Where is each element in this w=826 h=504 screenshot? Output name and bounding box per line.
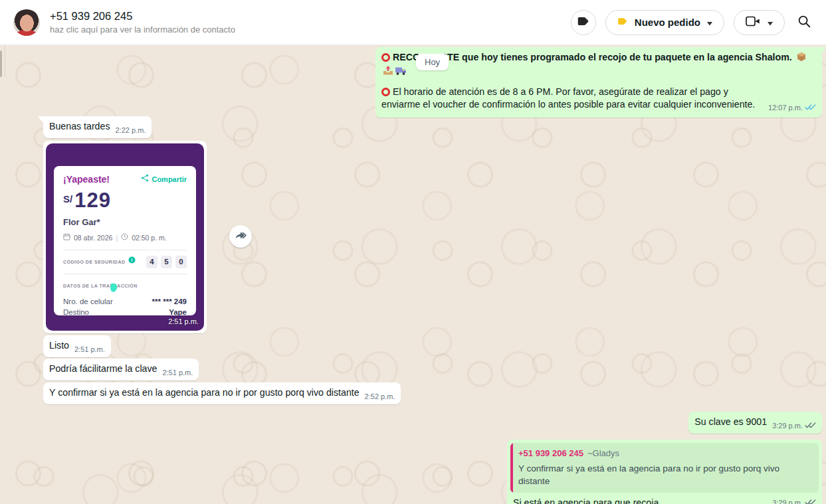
security-digit: 0 bbox=[175, 256, 187, 268]
row-label: Nro. de celular bbox=[63, 296, 113, 307]
quoted-message[interactable]: +51 939 206 245~Gladys Y confirmar si ya… bbox=[510, 443, 819, 493]
message-text: Y confirmar si ya está en la agencia par… bbox=[49, 387, 360, 398]
contact-subtitle: haz clic aquí para ver la información de… bbox=[50, 25, 571, 35]
message-confirmar[interactable]: Y confirmar si ya está en la agencia par… bbox=[43, 382, 401, 404]
forward-arrow-icon bbox=[235, 230, 247, 243]
read-ticks-icon bbox=[805, 102, 816, 114]
quote-text: Y confirmar si ya está en la agencia par… bbox=[518, 462, 812, 487]
new-order-button[interactable]: Nuevo pedido bbox=[605, 10, 724, 35]
message-podria[interactable]: Podría fácilitarme la clave2:51 p.m. bbox=[43, 359, 199, 380]
quote-sender-name: +51 939 206 245 bbox=[518, 448, 583, 458]
message-line: El horario de atención es de 8 a 6 PM. P… bbox=[381, 86, 816, 111]
panel-divider bbox=[5, 45, 5, 77]
receipt-time: 02:50 p. m. bbox=[132, 232, 167, 244]
security-digit: 4 bbox=[146, 256, 157, 268]
order-tag-icon bbox=[617, 15, 629, 29]
message-text: Si está en agencia para que recoja bbox=[513, 497, 659, 504]
header-actions: Nuevo pedido bbox=[571, 10, 814, 35]
chat-header: +51 939 206 245 haz clic aquí para ver l… bbox=[0, 0, 826, 45]
message-text: Listo bbox=[49, 340, 69, 351]
message-meta: 12:07 p.m. bbox=[768, 102, 816, 114]
search-icon bbox=[797, 14, 811, 31]
timestamp: 12:07 p.m. bbox=[768, 102, 803, 114]
delivery-truck-emoji bbox=[395, 66, 407, 79]
divider bbox=[63, 274, 187, 274]
date-chip: Hoy bbox=[416, 54, 449, 70]
forward-message-button[interactable] bbox=[229, 225, 252, 248]
receipt-card: ¡Yapeaste! Compartir S/ 129 Flor Gar* bbox=[54, 166, 196, 315]
red-circle-emoji bbox=[381, 53, 390, 62]
search-button[interactable] bbox=[794, 11, 814, 33]
info-icon bbox=[128, 256, 136, 268]
chevron-down-icon bbox=[706, 17, 713, 28]
calendar-icon bbox=[63, 232, 70, 244]
share-button: Compartir bbox=[141, 173, 187, 186]
video-camera-icon bbox=[745, 15, 761, 30]
video-call-button[interactable] bbox=[734, 10, 785, 35]
message-text: Buenas tardes bbox=[49, 121, 110, 131]
security-digits: 4 5 0 bbox=[146, 256, 187, 268]
quote-author: ~Gladys bbox=[587, 448, 619, 458]
row-label: Destino bbox=[63, 307, 89, 315]
contact-avatar[interactable] bbox=[13, 9, 40, 36]
message-image-receipt[interactable]: ¡Yapeaste! Compartir S/ 129 Flor Gar* bbox=[43, 141, 207, 333]
yape-receipt-image[interactable]: ¡Yapeaste! Compartir S/ 129 Flor Gar* bbox=[46, 143, 204, 331]
security-digit: 5 bbox=[161, 256, 172, 268]
message-listo[interactable]: Listo2:51 p.m. bbox=[43, 335, 111, 357]
timestamp: 2:51 p.m. bbox=[74, 343, 105, 356]
delivered-ticks-icon bbox=[805, 497, 816, 504]
currency: S/ bbox=[63, 193, 72, 205]
security-code-label: CÓDIGO DE SEGURIDAD bbox=[63, 256, 126, 268]
transaction-label: DATOS DE LA TRANSACCIÓN bbox=[63, 280, 187, 292]
new-order-label: Nuevo pedido bbox=[635, 17, 700, 28]
label-button[interactable] bbox=[571, 10, 596, 35]
message-text: Podría fácilitarme la clave bbox=[49, 363, 157, 374]
quote-header: +51 939 206 245~Gladys bbox=[518, 447, 812, 460]
timestamp: 2:52 p.m. bbox=[365, 390, 395, 403]
timestamp: 2:51 p.m. bbox=[168, 315, 199, 328]
message-greeting[interactable]: Buenas tardes2:22 p.m. bbox=[43, 116, 152, 138]
chat-area[interactable]: RECORDARTE que hoy tienes programado el … bbox=[0, 45, 826, 504]
separator: | bbox=[116, 232, 118, 244]
message-text: RECORDARTE que hoy tienes programado el … bbox=[393, 52, 792, 62]
timestamp: 2:51 p.m. bbox=[162, 367, 193, 379]
message-text: Su clave es 9001 bbox=[694, 416, 767, 427]
package-emoji bbox=[796, 51, 807, 65]
red-circle-emoji bbox=[381, 88, 390, 96]
whatsapp-chat-window: +51 939 206 245 haz clic aquí para ver l… bbox=[0, 0, 826, 504]
payee-name: Flor Gar* bbox=[63, 216, 187, 228]
message-reply[interactable]: +51 939 206 245~Gladys Y confirmar si ya… bbox=[507, 440, 822, 504]
row-value: *** *** 249 bbox=[152, 296, 187, 307]
divider bbox=[63, 250, 187, 250]
message-text: El horario de atención es de 8 a 6 PM. P… bbox=[381, 86, 755, 110]
timestamp: 3:29 p.m. bbox=[772, 497, 803, 504]
clock-icon bbox=[121, 232, 128, 244]
share-icon bbox=[141, 173, 149, 186]
outbox-tray-emoji bbox=[383, 65, 393, 79]
delivered-ticks-icon bbox=[805, 420, 816, 432]
scrollbar-thumb[interactable] bbox=[0, 50, 2, 77]
message-clave[interactable]: Su clave es 90013:29 p.m. bbox=[688, 412, 822, 434]
receipt-date: 08 abr. 2026 bbox=[74, 232, 112, 244]
transaction-row: Destino Yape bbox=[63, 307, 187, 315]
timestamp: 3:29 p.m. bbox=[772, 420, 803, 432]
row-value: Yape bbox=[169, 307, 187, 315]
receipt-title: ¡Yapeaste! bbox=[63, 173, 110, 186]
chevron-down-icon bbox=[767, 17, 774, 28]
transaction-row: Nro. de celular *** *** 249 bbox=[63, 296, 187, 307]
share-label: Compartir bbox=[152, 173, 187, 186]
contact-info[interactable]: +51 939 206 245 haz clic aquí para ver l… bbox=[50, 10, 571, 35]
contact-name: +51 939 206 245 bbox=[50, 10, 571, 23]
timestamp: 2:22 p.m. bbox=[116, 124, 146, 137]
amount: 129 bbox=[74, 190, 111, 211]
yape-mascot-icon bbox=[110, 283, 118, 296]
tag-icon bbox=[576, 14, 591, 31]
